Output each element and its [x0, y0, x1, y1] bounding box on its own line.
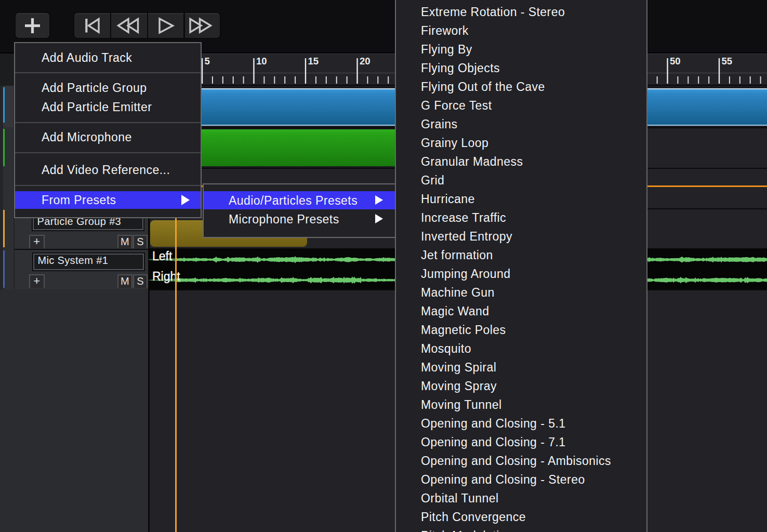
svg-text:15: 15 [308, 56, 319, 66]
svg-text:50: 50 [670, 56, 681, 66]
svg-text:20: 20 [360, 56, 371, 66]
svg-text:5: 5 [205, 56, 210, 66]
svg-text:10: 10 [256, 56, 267, 66]
svg-text:55: 55 [722, 56, 733, 66]
